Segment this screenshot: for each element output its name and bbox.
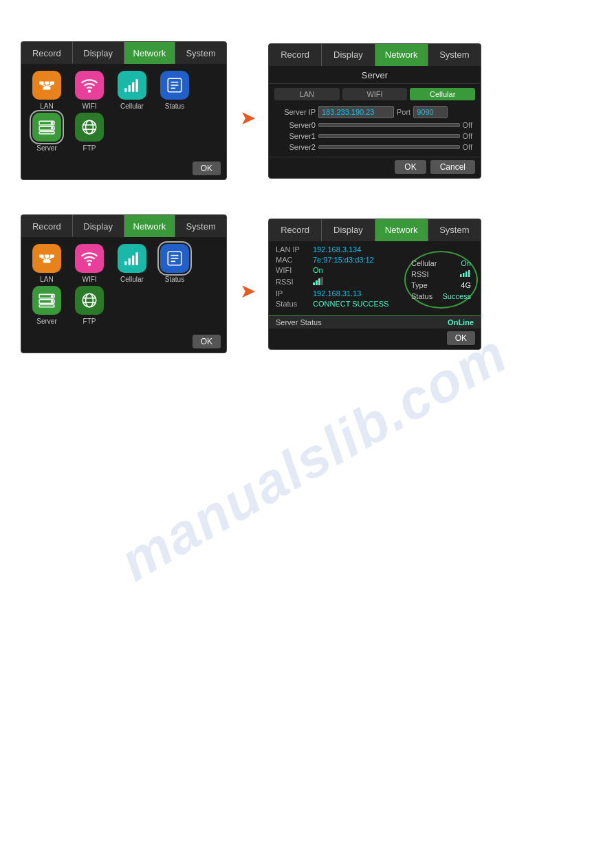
svg-point-32 xyxy=(89,264,90,265)
port-value: 9090 xyxy=(413,106,448,118)
svg-rect-10 xyxy=(132,82,134,92)
svg-rect-9 xyxy=(129,85,131,92)
wifi-icon-2l xyxy=(75,244,104,273)
ok-button-1l[interactable]: OK xyxy=(193,162,221,175)
icon-grid-2l: LAN WIFI Cellular xyxy=(21,237,226,332)
wifi-val: On xyxy=(313,266,323,274)
server-ip-row: Server IP 183.233.190.23 Port 9090 xyxy=(274,106,475,118)
ftp-icon-2l xyxy=(75,286,104,315)
tab-system-1r[interactable]: System xyxy=(428,44,481,66)
ok-button-1r[interactable]: OK xyxy=(395,160,426,174)
server2-value xyxy=(318,145,460,149)
cellular-oval: Cellular On RSSI Type 4G xyxy=(404,251,478,309)
lan-ip-val: 192.168.3.134 xyxy=(313,245,361,254)
server-form: Server IP 183.233.190.23 Port 9090 Serve… xyxy=(269,104,481,155)
icon-item-server-2l[interactable]: Server xyxy=(27,286,67,325)
tab-record-1r[interactable]: Record xyxy=(269,44,322,66)
svg-point-45 xyxy=(52,301,53,302)
server0-status: Off xyxy=(463,121,475,129)
server0-label: Server0 xyxy=(274,121,316,129)
icon-item-wifi-2l[interactable]: WIFI xyxy=(69,244,109,283)
tab-network-2r[interactable]: Network xyxy=(375,219,428,241)
status-grid: LAN IP 192.168.3.134 MAC 7e:97:15:d3:d3:… xyxy=(269,241,402,314)
svg-rect-56 xyxy=(465,271,468,277)
panel-ok-2l: OK xyxy=(21,332,226,353)
svg-rect-55 xyxy=(463,273,465,277)
svg-rect-54 xyxy=(460,274,462,277)
subtab-cellular[interactable]: Cellular xyxy=(410,88,475,100)
tab-display-2r[interactable]: Display xyxy=(322,219,375,241)
wifi-key: WIFI xyxy=(276,266,310,274)
svg-point-20 xyxy=(52,128,53,129)
conn-status-row: Status CONNECT SUCCESS xyxy=(276,300,395,308)
tab-display-2l[interactable]: Display xyxy=(73,215,124,237)
tab-display-1l[interactable]: Display xyxy=(73,42,124,64)
lan-ip-key: LAN IP xyxy=(276,245,310,254)
ftp-label-2l: FTP xyxy=(83,318,96,325)
left-panel-2: Record Display Network System LAN WIFI xyxy=(21,214,227,353)
svg-rect-0 xyxy=(39,82,44,85)
svg-line-5 xyxy=(41,85,47,87)
wifi-label-1l: WIFI xyxy=(82,102,96,110)
wifi-icon-1l xyxy=(75,71,104,100)
icon-item-ftp-2l[interactable]: FTP xyxy=(69,286,109,325)
icon-item-status-1l[interactable]: Status xyxy=(155,71,195,110)
lan-ip-row: LAN IP 192.168.3.134 xyxy=(276,245,395,254)
cell-status-key: Status xyxy=(411,292,432,300)
tab-network-1r[interactable]: Network xyxy=(375,44,428,66)
panel-row-2: Record Display Network System LAN WIFI xyxy=(21,214,593,353)
icon-item-lan-1l[interactable]: LAN xyxy=(27,71,67,110)
wifi-label-2l: WIFI xyxy=(82,276,96,283)
server1-row: Server1 Off xyxy=(274,132,475,140)
watermark: manualslib.com xyxy=(109,322,518,594)
icon-item-cellular-1l[interactable]: Cellular xyxy=(112,71,152,110)
svg-rect-25 xyxy=(39,255,44,258)
tab-display-1r[interactable]: Display xyxy=(322,44,375,66)
icon-item-server-1l[interactable]: Server xyxy=(27,113,67,152)
server-status-val: OnLine xyxy=(448,318,474,326)
tab-network-2l[interactable]: Network xyxy=(124,215,176,237)
rssi-key: RSSI xyxy=(276,278,310,286)
svg-line-6 xyxy=(47,85,52,87)
status-label-1l: Status xyxy=(165,102,184,110)
server-icon-1l xyxy=(32,113,61,142)
svg-rect-34 xyxy=(129,258,131,265)
svg-rect-11 xyxy=(135,79,138,91)
server-actions: OK Cancel xyxy=(269,157,481,178)
lan-icon-1l xyxy=(32,71,61,100)
port-label: Port xyxy=(397,108,410,116)
icon-item-cellular-2l[interactable]: Cellular xyxy=(112,244,152,283)
svg-rect-53 xyxy=(321,277,323,285)
conn-status-key: Status xyxy=(276,300,310,308)
tab-system-2l[interactable]: System xyxy=(175,215,226,237)
svg-rect-57 xyxy=(468,270,470,277)
svg-rect-51 xyxy=(316,280,318,285)
tab-record-1l[interactable]: Record xyxy=(21,42,73,64)
cancel-button-1r[interactable]: Cancel xyxy=(430,160,475,174)
wifi-row: WIFI On xyxy=(276,266,395,274)
mac-row: MAC 7e:97:15:d3:d3:12 xyxy=(276,256,395,264)
subtab-wifi[interactable]: WIFI xyxy=(342,88,408,100)
cellular-icon-2l xyxy=(118,244,146,273)
icon-item-wifi-1l[interactable]: WIFI xyxy=(69,71,109,110)
ok-button-2r[interactable]: OK xyxy=(447,331,475,345)
tab-system-2r[interactable]: System xyxy=(428,219,481,241)
tab-system-1l[interactable]: System xyxy=(175,42,226,64)
server-ip-value: 183.233.190.23 xyxy=(318,106,394,118)
svg-rect-52 xyxy=(318,278,320,285)
subtab-lan[interactable]: LAN xyxy=(274,88,340,100)
icon-item-status-2l[interactable]: Status xyxy=(155,244,195,283)
ftp-label-1l: FTP xyxy=(83,144,96,152)
left-panel-1: Record Display Network System LAN WIFI xyxy=(21,41,227,180)
status-icon-2l xyxy=(160,244,189,273)
tab-record-2r[interactable]: Record xyxy=(269,219,322,241)
ip-key: IP xyxy=(276,289,310,298)
tab-network-1l[interactable]: Network xyxy=(124,42,176,64)
server-status-bar: Server Status OnLine xyxy=(269,315,481,329)
tab-record-2l[interactable]: Record xyxy=(21,215,73,237)
ok-button-2l[interactable]: OK xyxy=(193,335,221,348)
icon-item-lan-2l[interactable]: LAN xyxy=(27,244,67,283)
svg-point-19 xyxy=(52,122,53,124)
icon-item-ftp-1l[interactable]: FTP xyxy=(69,113,109,152)
ftp-icon-1l xyxy=(75,113,104,142)
